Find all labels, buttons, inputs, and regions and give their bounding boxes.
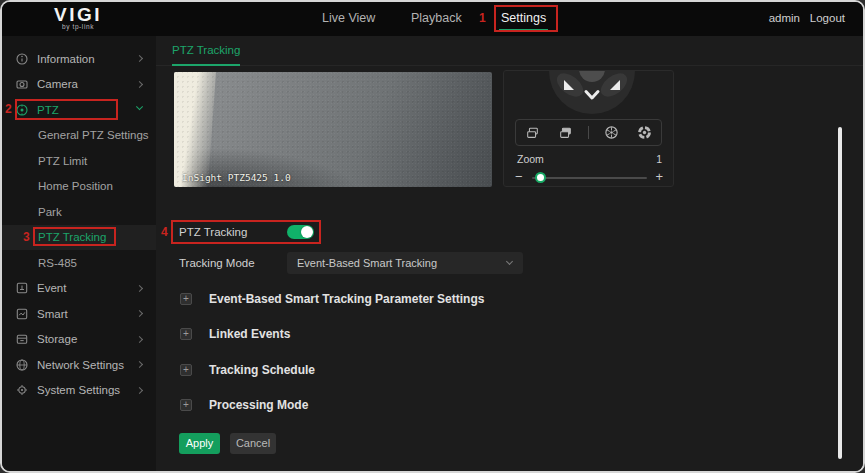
- chevron-right-icon: [136, 55, 143, 62]
- divider: [588, 126, 589, 139]
- sidebar-label: PTZ Limit: [38, 155, 87, 167]
- iris-close-icon: [637, 125, 652, 140]
- sidebar-label: RS-485: [38, 257, 77, 269]
- zoom-value: 1: [656, 153, 662, 167]
- camera-preview[interactable]: InSight PTZ5425 1.0: [174, 72, 492, 187]
- active-nav-underline: [499, 29, 548, 31]
- expand-plus-icon[interactable]: [180, 399, 192, 411]
- sidebar-label: General PTZ Settings: [38, 129, 149, 141]
- chevron-right-icon: [136, 387, 143, 394]
- main-content: PTZ Tracking InSight PTZ5425 1.0: [156, 36, 863, 471]
- info-icon: [16, 53, 28, 65]
- apply-button[interactable]: Apply: [179, 433, 220, 454]
- sidebar-label: Storage: [37, 333, 77, 345]
- zoom-label: Zoom: [517, 153, 544, 167]
- sidebar-item-camera[interactable]: Camera: [2, 72, 156, 98]
- sidebar: Information Camera PTZ General PTZ Setti…: [2, 36, 156, 471]
- sidebar-label: System Settings: [37, 384, 120, 396]
- iris-open-icon: [604, 125, 619, 140]
- sidebar-item-event[interactable]: Event: [2, 276, 156, 302]
- zoom-slider: − +: [504, 169, 673, 187]
- chevron-right-icon: [136, 336, 143, 343]
- brand-name: VIGI: [54, 5, 102, 24]
- ptz-icon: [16, 104, 28, 116]
- sidebar-item-information[interactable]: Information: [2, 46, 156, 72]
- sidebar-label: Camera: [37, 78, 78, 90]
- nav-settings-label: Settings: [501, 11, 546, 25]
- nav-live-view[interactable]: Live View: [322, 2, 375, 36]
- toggle-knob: [301, 226, 313, 238]
- tracking-mode-value: Event-Based Smart Tracking: [297, 257, 437, 269]
- sidebar-label: Home Position: [38, 180, 113, 192]
- ptz-direction-pad[interactable]: [549, 71, 635, 117]
- focus-far-button[interactable]: [522, 125, 542, 141]
- chevron-right-icon: [136, 361, 143, 368]
- sidebar-item-smart[interactable]: Smart: [2, 301, 156, 327]
- storage-icon: [16, 333, 28, 345]
- event-icon: [16, 282, 28, 294]
- sidebar-item-park[interactable]: Park: [2, 199, 156, 225]
- tracking-mode-label: Tracking Mode: [179, 257, 255, 269]
- sidebar-item-storage[interactable]: Storage: [2, 327, 156, 353]
- top-header: VIGI by tp-link Live View Playback Setti…: [2, 2, 863, 36]
- sidebar-item-ptz[interactable]: PTZ: [2, 97, 156, 123]
- vertical-scrollbar[interactable]: [838, 127, 842, 459]
- active-tab-underline: [172, 64, 240, 66]
- zoom-slider-track[interactable]: [532, 177, 647, 179]
- sidebar-item-ptz-tracking[interactable]: PTZ Tracking: [2, 225, 156, 251]
- sidebar-item-rs-485[interactable]: RS-485: [2, 250, 156, 276]
- sidebar-label: Smart: [37, 308, 68, 320]
- zoom-plus-button[interactable]: +: [655, 169, 663, 185]
- section-linked-events[interactable]: Linked Events: [180, 327, 290, 341]
- tab-ptz-tracking[interactable]: PTZ Tracking: [172, 36, 240, 66]
- network-globe-icon: [16, 359, 28, 371]
- section-label: Event-Based Smart Tracking Parameter Set…: [209, 292, 484, 306]
- sidebar-label: Information: [37, 53, 95, 65]
- focus-far-icon: [525, 126, 540, 140]
- sidebar-item-home-position[interactable]: Home Position: [2, 174, 156, 200]
- sidebar-label: PTZ: [37, 104, 59, 116]
- sidebar-label: PTZ Tracking: [38, 231, 106, 243]
- zoom-slider-knob[interactable]: [535, 172, 546, 183]
- camera-icon: [16, 78, 28, 90]
- expand-plus-icon[interactable]: [180, 293, 192, 305]
- smart-icon: [16, 308, 28, 320]
- iris-open-button[interactable]: [602, 125, 622, 141]
- section-label: Processing Mode: [209, 398, 308, 412]
- sidebar-label: Event: [37, 282, 66, 294]
- nav-settings[interactable]: Settings: [501, 2, 546, 36]
- tracking-mode-select[interactable]: Event-Based Smart Tracking: [287, 252, 523, 274]
- camera-osd-text: InSight PTZ5425 1.0: [182, 172, 291, 183]
- chevron-right-icon: [136, 81, 143, 88]
- expand-plus-icon[interactable]: [180, 328, 192, 340]
- sidebar-label: Network Settings: [37, 359, 124, 371]
- section-parameter-settings[interactable]: Event-Based Smart Tracking Parameter Set…: [180, 292, 484, 306]
- sidebar-item-general-ptz-settings[interactable]: General PTZ Settings: [2, 123, 156, 149]
- sidebar-item-ptz-limit[interactable]: PTZ Limit: [2, 148, 156, 174]
- lens-button-row: [515, 119, 662, 146]
- chevron-right-icon: [136, 285, 143, 292]
- ptz-tracking-toggle[interactable]: [287, 225, 314, 239]
- sidebar-label: Park: [38, 206, 62, 218]
- ptz-control-panel: Zoom 1 − +: [503, 70, 674, 187]
- logout-button[interactable]: Logout: [810, 2, 845, 36]
- zoom-minus-button[interactable]: −: [515, 169, 523, 185]
- nav-playback[interactable]: Playback: [411, 2, 462, 36]
- ptz-tracking-toggle-label: PTZ Tracking: [179, 226, 247, 238]
- section-processing-mode[interactable]: Processing Mode: [180, 398, 308, 412]
- expand-plus-icon[interactable]: [180, 364, 192, 376]
- app-window: VIGI by tp-link Live View Playback Setti…: [0, 0, 865, 473]
- chevron-right-icon: [136, 310, 143, 317]
- zoom-row: Zoom 1: [517, 153, 662, 167]
- sidebar-item-system-settings[interactable]: System Settings: [2, 378, 156, 404]
- user-admin[interactable]: admin: [769, 2, 800, 36]
- system-gear-icon: [16, 384, 28, 396]
- tab-bar: PTZ Tracking: [156, 36, 863, 66]
- cancel-button[interactable]: Cancel: [230, 433, 276, 454]
- section-tracking-schedule[interactable]: Tracking Schedule: [180, 363, 315, 377]
- sidebar-item-network-settings[interactable]: Network Settings: [2, 352, 156, 378]
- vigi-logo: VIGI by tp-link: [54, 5, 102, 30]
- section-label: Tracking Schedule: [209, 363, 315, 377]
- iris-close-button[interactable]: [635, 125, 655, 141]
- focus-near-button[interactable]: [555, 125, 575, 141]
